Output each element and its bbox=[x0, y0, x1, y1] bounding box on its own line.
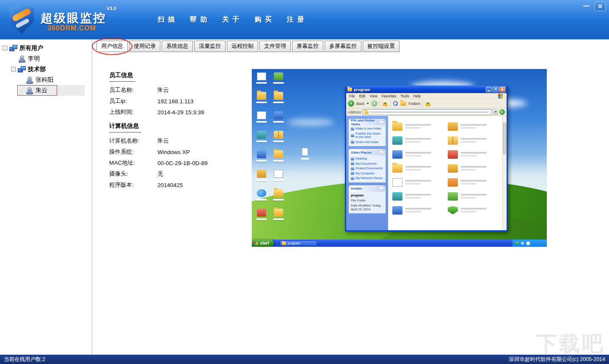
file-icon bbox=[448, 164, 458, 173]
task-pane-item: Desktop bbox=[351, 157, 383, 161]
desktop-icon-glyph bbox=[274, 209, 283, 217]
explorer-menu-item: View bbox=[367, 94, 379, 98]
computer-info-rows: 计算机名称: 朱云 操作系统: Windows XP MAC地址: 00-0C-… bbox=[109, 135, 249, 190]
tree-node-icon bbox=[9, 45, 17, 52]
file-item bbox=[392, 161, 444, 175]
tree-item[interactable]: 李明 bbox=[11, 53, 43, 64]
desktop-icon-glyph bbox=[274, 131, 283, 139]
tab[interactable]: 被控端设置 bbox=[363, 41, 400, 52]
online-users-count: 当前在线用户数:2 bbox=[4, 356, 45, 363]
tree-item[interactable]: 张科阳 bbox=[19, 74, 57, 85]
tree-item[interactable]: 朱云 bbox=[19, 85, 85, 96]
info-label: 员工ip: bbox=[109, 97, 157, 105]
file-item bbox=[448, 175, 500, 189]
task-pane-item: My Computer bbox=[351, 172, 383, 176]
info-label: 上线时间: bbox=[109, 108, 157, 116]
task-item-icon bbox=[351, 157, 354, 160]
info-value: 朱云 bbox=[157, 86, 169, 94]
explorer-menubar: File Edit View Favorites Tools Help bbox=[346, 93, 507, 99]
task-item-icon bbox=[351, 167, 354, 170]
tab[interactable]: 文件管理 bbox=[259, 41, 291, 52]
tab[interactable]: 使用记录 bbox=[129, 41, 160, 52]
explorer-menu-item: File bbox=[347, 94, 357, 98]
main-menu-item[interactable]: 注 册 bbox=[287, 15, 305, 24]
tree-item[interactable]: - 所有用户 bbox=[3, 43, 47, 53]
close-icon[interactable] bbox=[595, 2, 606, 11]
other-places-panel: Other Places Desktop bbox=[349, 149, 386, 182]
info-row: MAC地址: 00-0C-29-1B-0D-89 bbox=[109, 157, 249, 168]
desktop-icon bbox=[271, 188, 286, 208]
main-menu-item[interactable]: 关 于 bbox=[222, 15, 240, 24]
tab[interactable]: 用户信息 bbox=[96, 41, 128, 52]
info-label: MAC地址: bbox=[109, 159, 157, 167]
window-controls bbox=[582, 2, 606, 11]
desktop-icon-label bbox=[273, 102, 284, 103]
chevron-down-icon bbox=[367, 103, 369, 105]
file-item bbox=[448, 147, 500, 161]
info-label: 计算机名称: bbox=[109, 137, 157, 145]
tab-label: 文件管理 bbox=[264, 43, 286, 49]
task-pane-item: My Documents bbox=[351, 162, 383, 166]
desktop-icons bbox=[254, 72, 287, 227]
tree-expander-icon[interactable]: - bbox=[11, 67, 16, 72]
tab-label: 使用记录 bbox=[134, 43, 156, 49]
tab[interactable]: 流量监控 bbox=[194, 41, 226, 52]
minimize-icon bbox=[486, 87, 492, 92]
tab-label: 多屏幕监控 bbox=[329, 43, 357, 49]
main-menu-item[interactable]: 扫 描 bbox=[157, 15, 175, 24]
task-item-icon bbox=[351, 177, 354, 180]
info-row: 计算机名称: 朱云 bbox=[109, 135, 249, 146]
file-icon bbox=[392, 122, 402, 131]
file-item bbox=[448, 161, 500, 175]
tab-label: 流量监控 bbox=[199, 43, 221, 49]
file-item bbox=[448, 189, 500, 203]
main-menu-item[interactable]: 帮 助 bbox=[190, 15, 207, 24]
file-icon bbox=[392, 178, 402, 187]
info-label: 操作系统: bbox=[109, 148, 157, 156]
details-panel: Details program File Folder Date Modifie… bbox=[349, 185, 386, 213]
tab[interactable]: 远程控制 bbox=[227, 41, 258, 52]
tree-node-label: 李明 bbox=[28, 55, 43, 63]
tab[interactable]: 系统信息 bbox=[162, 41, 193, 52]
task-item-icon bbox=[351, 141, 354, 143]
address-input bbox=[363, 109, 491, 115]
desktop-icon-label bbox=[256, 160, 267, 162]
task-pane-item: Share this folder bbox=[351, 141, 383, 144]
file-label bbox=[460, 166, 487, 171]
file-icon bbox=[392, 206, 402, 215]
main-menu: 扫 描 帮 助 关 于 购 买 注 册 bbox=[157, 15, 305, 24]
tray-network-icon bbox=[521, 242, 524, 245]
folders-icon bbox=[400, 101, 406, 106]
info-value: 无 bbox=[157, 170, 163, 178]
desktop-icon-label bbox=[273, 179, 284, 181]
start-button: start bbox=[252, 240, 274, 247]
info-row: 员工名称: 朱云 bbox=[109, 85, 249, 96]
employee-info-rows: 员工名称: 朱云 员工ip: 192.168.1.113 上线时间: 2014-… bbox=[109, 85, 249, 118]
task-item-icon bbox=[351, 127, 354, 130]
separator bbox=[422, 100, 423, 107]
tree-expander-icon[interactable]: - bbox=[3, 46, 7, 50]
file-icon bbox=[392, 192, 402, 201]
file-label bbox=[460, 208, 487, 212]
up-folder-icon bbox=[382, 101, 388, 106]
tree-node-icon bbox=[25, 77, 33, 83]
remote-desktop-screenshot[interactable]: program File Edit View Favorites bbox=[252, 69, 547, 247]
desktop-icon-glyph bbox=[274, 150, 283, 158]
file-icon bbox=[392, 150, 402, 159]
tab-label: 用户信息 bbox=[101, 43, 123, 49]
task-item-label: My Documents bbox=[355, 162, 377, 166]
tab[interactable]: 屏幕监控 bbox=[292, 41, 323, 52]
tree-node-label: 朱云 bbox=[36, 87, 51, 94]
explorer-task-pane: File and Folder Tasks Make a new folder bbox=[346, 116, 388, 230]
file-label bbox=[405, 208, 431, 212]
main-menu-item[interactable]: 购 买 bbox=[254, 15, 272, 24]
file-label bbox=[405, 166, 431, 171]
panel-title: File and Folder Tasks bbox=[351, 119, 380, 126]
desktop-icon bbox=[302, 148, 308, 156]
tree-item[interactable]: - 技术部 bbox=[11, 64, 49, 74]
address-label: Address bbox=[348, 110, 361, 114]
task-pane-item: My Network Places bbox=[351, 176, 383, 180]
minimize-icon[interactable] bbox=[582, 2, 590, 9]
tab[interactable]: 多屏幕监控 bbox=[325, 41, 361, 52]
explorer-titlebar: program bbox=[346, 85, 507, 93]
